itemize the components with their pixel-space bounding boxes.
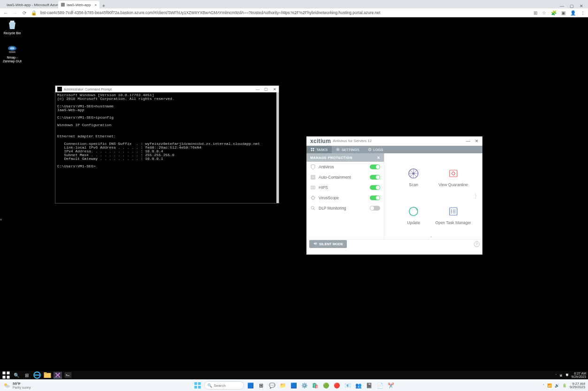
taskbar-cmd[interactable] [64,372,72,378]
tab-label: SETTINGS [342,148,359,152]
taskbar-explorer[interactable] [43,372,52,378]
tile-update[interactable]: Update [394,196,434,235]
next-page-arrow[interactable]: 〉 [474,192,481,201]
containment-icon [310,174,316,180]
tray-volume-icon[interactable]: 🔊 [555,383,559,388]
taskbar-store[interactable]: 🛍️ [311,381,320,390]
taskbar-vscode[interactable]: 🟦 [290,381,298,390]
xcitium-tabs: TASKS SETTINGS LOGS [306,146,482,153]
svg-rect-27 [3,376,6,379]
taskbar-chrome[interactable]: 🔴 [333,381,341,390]
start-button[interactable] [2,372,10,378]
taskbar-word[interactable]: 📄 [376,381,384,390]
svg-rect-7 [313,150,314,151]
cmd-minimize[interactable]: — [253,87,262,91]
toggle-auto-containment[interactable] [370,175,380,180]
menu-icon[interactable]: ⋮ [580,10,585,15]
tile-label: Scan [409,182,418,187]
profile-icon[interactable]: 👤 [570,10,576,15]
svg-rect-26 [7,372,10,375]
taskbar-teams[interactable]: 👥 [354,381,363,390]
tray-battery-icon[interactable]: 🔋 [562,383,567,388]
tray-chevron-icon[interactable]: ˆ [556,374,557,377]
window-minimize[interactable]: — [560,4,564,8]
taskbar-ie[interactable] [33,372,41,378]
taskbar-edge[interactable]: 🟢 [322,381,330,390]
cmd-close[interactable]: ✕ [270,87,279,91]
weather-widget[interactable]: 55°F Partly sunny [3,382,31,389]
taskbar-settings[interactable]: ⚙️ [300,381,309,390]
xcitium-titlebar[interactable]: xcitium Antivirus for Servers 12 — ✕ [306,136,482,146]
tray-shield-icon[interactable]: ⛊ [565,374,569,377]
taskbar-chat[interactable]: 💬 [268,381,276,390]
back-button[interactable]: ← [3,10,8,15]
task-view-button[interactable]: ⊞ [23,372,31,378]
desktop-icon-nmap[interactable]: Nmap - Zenmap GUI [1,44,23,63]
xcitium-minimize[interactable]: — [466,139,470,143]
row-antivirus: Antivirus [306,162,384,172]
taskbar-explorer[interactable]: 📁 [279,381,287,390]
tab-settings[interactable]: SETTINGS [332,146,364,153]
new-tab-button[interactable]: + [99,3,108,8]
taskbar-task-view[interactable]: ⊞ [257,381,266,390]
extensions-icon[interactable]: 🧩 [551,10,557,15]
item-label: HIPS [319,185,328,190]
toggle-dlp[interactable] [370,206,380,211]
search-placeholder: Search [214,383,226,388]
search-button[interactable]: 🔍 [12,372,21,378]
toggle-hips[interactable] [370,185,380,190]
taskbar-onenote[interactable]: 📓 [365,381,374,390]
close-icon[interactable]: × [94,3,97,7]
bastion-side-handle[interactable]: » [0,218,2,221]
taskbar-xcitium[interactable] [53,372,62,378]
help-icon[interactable]: ? [474,241,480,247]
search-icon: 🔍 [207,383,212,388]
tile-task-manager[interactable]: Open Task Manager [434,196,473,235]
taskbar-outlook[interactable]: 📧 [344,381,352,390]
gear-icon [336,148,340,151]
svg-rect-31 [44,372,47,374]
remote-clock[interactable]: 8:27 AM 9/29/2023 [572,372,586,378]
desktop-icon-recycle-bin[interactable]: Recycle Bin [1,19,23,35]
window-maximize[interactable]: ▢ [570,4,574,8]
panel-close-icon[interactable]: × [377,155,380,160]
forward-button[interactable]: → [12,10,18,15]
xcitium-close[interactable]: ✕ [475,139,479,143]
cmd-titlebar[interactable]: Administrator: Command Prompt — ▢ ✕ [55,86,279,92]
window-close[interactable]: ✕ [580,4,583,8]
tasks-icon [311,148,314,151]
start-button[interactable] [193,381,202,390]
taskbar-copilot[interactable]: 🟦 [246,381,255,390]
time-text: 8:27 AM [572,372,586,375]
toggle-viruscope[interactable] [370,196,380,200]
tray-network-icon[interactable]: 🖥 [559,374,563,377]
scan-icon [407,167,420,180]
browser-tab-bastion[interactable]: IaaS-Web-app × [58,1,99,8]
svg-point-34 [5,385,10,388]
tab-tasks[interactable]: TASKS [306,146,332,153]
host-taskbar: 55°F Partly sunny 🔍 Search 🟦 ⊞ 💬 📁 🟦 ⚙️ … [0,379,588,391]
toggle-antivirus[interactable] [370,165,380,169]
url-field[interactable]: bst-cae4c589-7cdf-4356-b785-bea45f90f72a… [40,10,530,15]
search-box[interactable]: 🔍 Search [204,381,244,390]
svg-point-24 [451,212,452,213]
cmd-maximize[interactable]: ▢ [262,87,270,91]
taskbar-snip[interactable]: ✂️ [387,381,395,390]
tab-logs[interactable]: LOGS [364,146,388,153]
browser-chrome: IaaS-Web-app - Microsoft Azure × IaaS-We… [0,0,588,17]
tray-chevron-icon[interactable]: ˆ [543,383,544,388]
install-app-icon[interactable]: ⊞ [534,10,537,15]
tile-scan[interactable]: Scan [394,158,434,196]
side-panel-icon[interactable]: ▣ [561,10,565,15]
cmd-body[interactable]: Microsoft Windows [Version 10.0.17763.48… [55,92,279,203]
xcitium-footer: SILENT MODE ? [306,239,482,248]
host-clock[interactable]: 9:27 AM 9/29/2023 [570,382,585,389]
tab-label: TASKS [316,148,328,152]
bookmark-icon[interactable]: ☆ [542,10,546,15]
silent-mode-button[interactable]: SILENT MODE [309,240,347,248]
browser-tab-azure[interactable]: IaaS-Web-app - Microsoft Azure × [2,1,58,8]
tile-quarantine[interactable]: View Quarantine [434,158,473,196]
reload-button[interactable]: ⟳ [22,10,27,15]
task-tiles: Scan View Quarantine Update [384,153,482,239]
tray-wifi-icon[interactable]: 📶 [547,383,552,388]
